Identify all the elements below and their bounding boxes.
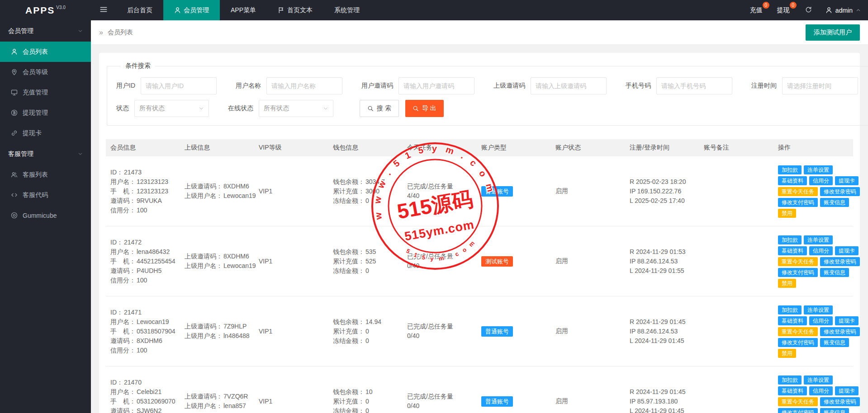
nav-system-management[interactable]: 系统管理 [323,0,370,20]
sidebar-item-member-list[interactable]: 会员列表 [0,42,91,62]
search-row-1: 用户ID用户名称用户邀请码上级邀请码手机号码注册时间 [116,77,868,94]
field-label: 上级邀请码 [493,82,525,90]
search-row-2: 状态所有状态在线状态所有状态 搜 索 导 出 [116,100,868,117]
disable-button[interactable]: 禁用 [778,349,796,358]
sidebar-item-gummicube[interactable]: Gummicube [0,205,91,225]
nav-home-text[interactable]: 首页文本 [267,0,323,20]
parent-invite-code-field[interactable] [531,77,607,94]
combo-order-settings-button[interactable]: 连单设置 [804,235,833,244]
account-type-cell: 普通账号 [477,366,551,413]
withdraw-card-button[interactable]: 提现卡 [835,316,859,325]
account-change-info-button[interactable]: 账变信息 [820,198,849,207]
admin-username: admin [835,7,853,14]
refresh-icon [805,6,812,14]
change-login-password-button[interactable]: 修改登录密码 [820,257,860,266]
basic-info-button[interactable]: 基础资料 [778,176,807,185]
sidebar-item-service-list[interactable]: 客服列表 [0,164,91,185]
account-type-cell: 普通账号 [477,296,551,366]
nav-dashboard[interactable]: 后台首页 [116,0,163,20]
withdraw-card-button[interactable]: 提现卡 [835,386,859,395]
credit-score-button[interactable]: 信用分 [809,386,833,395]
nav-app-menu[interactable]: APP菜单 [220,0,267,20]
sidebar-group-member-management[interactable]: 会员管理 [0,20,91,42]
basic-info-button[interactable]: 基础资料 [778,246,807,255]
credit-score-button[interactable]: 信用分 [809,316,833,325]
basic-info-button[interactable]: 基础资料 [778,316,807,325]
reset-today-tasks-button[interactable]: 重置今天任务 [778,257,818,266]
withdraw-label: 提现 [777,6,790,14]
add-test-user-button[interactable]: 添加测试用户 [806,24,860,41]
change-login-password-button[interactable]: 修改登录密码 [820,327,860,336]
phone-field[interactable] [656,77,732,94]
hamburger-menu-button[interactable] [91,0,116,20]
user-invite-code-field[interactable] [398,77,474,94]
combo-order-settings-button[interactable]: 连单设置 [804,165,833,174]
change-pay-password-button[interactable]: 修改支付密码 [778,408,818,413]
search-button[interactable]: 搜 索 [360,100,399,117]
content-card: 条件搜索 用户ID用户名称用户邀请码上级邀请码手机号码注册时间 状态所有状态在线… [99,53,860,413]
change-pay-password-button[interactable]: 修改支付密码 [778,198,818,207]
register-time-field[interactable] [782,77,858,94]
parent-info-cell: 上级邀请码：7Z9HLP上级用户名：ln486488 [180,296,254,366]
member-info-cell: ID：21471用户名：Lewocan19手 机：05318507904邀请码：… [106,296,180,366]
sidebar-item-recharge-management[interactable]: 充值管理 [0,82,91,103]
user-id-field[interactable] [141,77,217,94]
sidebar-item-member-level[interactable]: 会员等级 [0,62,91,82]
table-row: ID：21471用户名：Lewocan19手 机：05318507904邀请码：… [106,296,853,366]
sidebar-group-service-management[interactable]: 客服管理 [0,143,91,164]
vip-level-cell: VIP1 [254,226,328,296]
withdraw-card-button[interactable]: 提现卡 [835,246,859,255]
add-deduction-button[interactable]: 加扣款 [778,375,802,385]
account-status-cell: 启用 [551,156,625,226]
change-pay-password-button[interactable]: 修改支付密码 [778,338,818,347]
nav-member-management[interactable]: 会员管理 [163,0,220,20]
account-status-cell: 启用 [551,226,625,296]
user-icon [825,7,832,14]
reset-today-tasks-button[interactable]: 重置今天任务 [778,327,818,336]
sidebar-item-withdraw-card[interactable]: 提现卡 [0,123,91,143]
add-deduction-button[interactable]: 加扣款 [778,305,802,314]
add-deduction-button[interactable]: 加扣款 [778,165,802,174]
admin-menu[interactable]: admin [818,0,868,20]
withdraw-card-button[interactable]: 提现卡 [835,176,859,185]
parent-info-cell: 上级邀请码：7VZQ6R上级用户名：lena857 [180,366,254,413]
refresh-button[interactable] [799,0,818,20]
today-task-cell: 已完成/总任务量0/40 [403,366,477,413]
basic-info-button[interactable]: 基础资料 [778,386,807,395]
sidebar-item-withdraw-management[interactable]: 提现管理 [0,103,91,123]
remark-cell [699,226,773,296]
reset-today-tasks-button[interactable]: 重置今天任务 [778,187,818,196]
withdraw-link[interactable]: 提现 0 [772,0,799,20]
recharge-link[interactable]: 充值 0 [745,0,772,20]
account-type-cell: 测试账号 [477,226,551,296]
sidebar-item-service-code[interactable]: 客服代码 [0,185,91,205]
wallet-cell: 钱包余额：14.94累计充值：0冻结金额：0 [328,296,403,366]
credit-score-button[interactable]: 信用分 [809,246,833,255]
account-change-info-button[interactable]: 账变信息 [820,408,849,413]
status-select[interactable]: 所有状态 [134,100,209,117]
column-header: 今天任务 [403,139,477,156]
content-area: 条件搜索 用户ID用户名称用户邀请码上级邀请码手机号码注册时间 状态所有状态在线… [91,45,868,413]
user-name-field[interactable] [266,77,342,94]
top-nav: 后台首页会员管理APP菜单首页文本系统管理 [116,0,370,20]
combo-order-settings-button[interactable]: 连单设置 [804,375,833,385]
actions-cell: 加扣款连单设置基础资料信用分提现卡重置今天任务修改登录密码修改支付密码账变信息禁… [773,296,853,366]
today-task-cell: 已完成/总任务量4/40 [403,156,477,226]
account-change-info-button[interactable]: 账变信息 [820,338,849,347]
change-login-password-button[interactable]: 修改登录密码 [820,187,860,196]
column-header: 注册/登录时间 [625,139,699,156]
combo-order-settings-button[interactable]: 连单设置 [804,305,833,314]
member-table: 会员信息上级信息VIP等级钱包信息今天任务账户类型账户状态注册/登录时间账号备注… [106,139,853,413]
add-deduction-button[interactable]: 加扣款 [778,235,802,244]
remark-cell [699,366,773,413]
change-login-password-button[interactable]: 修改登录密码 [820,397,860,406]
credit-score-button[interactable]: 信用分 [809,176,833,185]
change-pay-password-button[interactable]: 修改支付密码 [778,268,818,277]
account-change-info-button[interactable]: 账变信息 [820,268,849,277]
reset-today-tasks-button[interactable]: 重置今天任务 [778,397,818,406]
disable-button[interactable]: 禁用 [778,279,796,288]
account-status-cell: 启用 [551,366,625,413]
disable-button[interactable]: 禁用 [778,209,796,218]
online-status-select[interactable]: 所有状态 [259,100,333,117]
export-button[interactable]: 导 出 [405,100,444,117]
